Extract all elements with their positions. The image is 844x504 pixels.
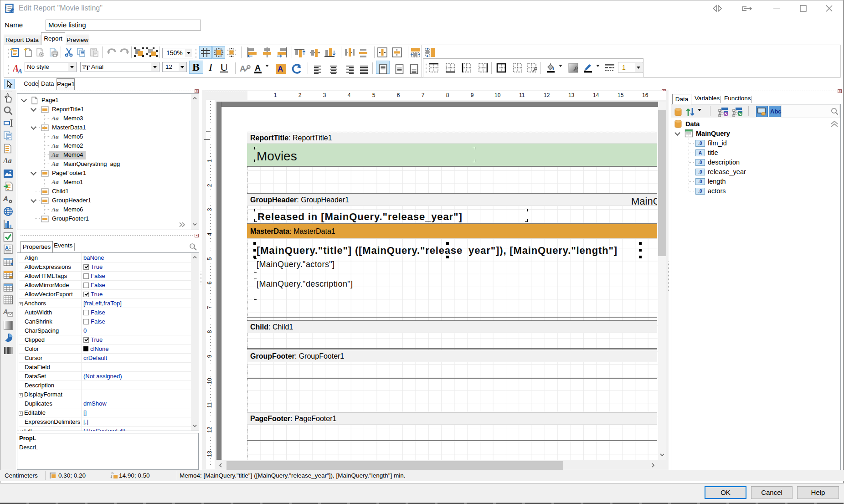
svg-text:A: A <box>240 64 246 73</box>
svg-text:Aa: Aa <box>51 179 59 185</box>
svg-text:Aa: Aa <box>51 115 59 122</box>
svg-text:Aa: Aa <box>51 206 59 213</box>
svg-text:A: A <box>3 308 8 315</box>
svg-text:Aa: Aa <box>51 160 59 167</box>
svg-text:Aa: Aa <box>51 151 59 158</box>
svg-text:A: A <box>255 63 261 72</box>
svg-text:A: A <box>5 245 9 251</box>
svg-text:A: A <box>3 195 8 202</box>
svg-text:T: T <box>85 64 90 71</box>
svg-text:A: A <box>278 65 283 73</box>
svg-text:Aa: Aa <box>51 133 59 140</box>
svg-text:Aa: Aa <box>3 157 12 165</box>
svg-text:Aa: Aa <box>51 142 59 149</box>
svg-text:A: A <box>17 67 22 74</box>
